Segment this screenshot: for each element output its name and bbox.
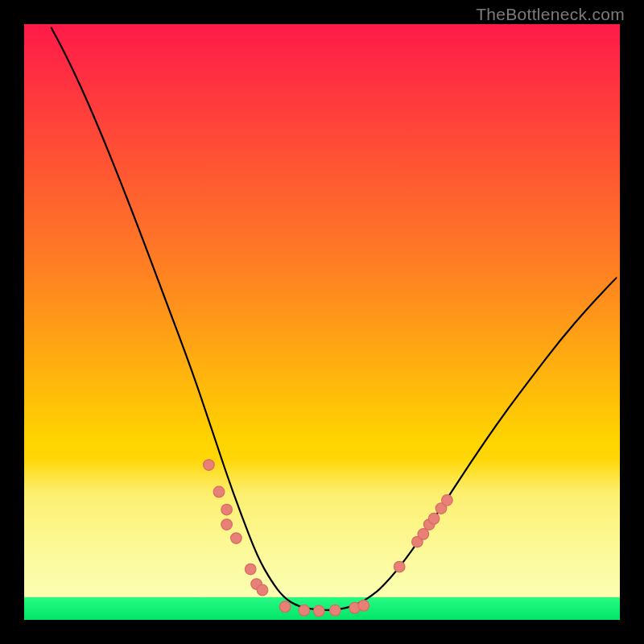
data-marker	[221, 519, 233, 530]
data-marker	[221, 504, 233, 515]
data-marker	[442, 495, 453, 506]
yellow-band	[24, 459, 620, 597]
data-marker	[394, 561, 405, 572]
watermark-text: TheBottleneck.com	[476, 5, 625, 24]
chart-container: TheBottleneck.com	[0, 0, 644, 644]
data-marker	[213, 486, 225, 497]
data-marker	[231, 533, 242, 544]
data-marker	[314, 605, 325, 617]
data-marker	[279, 601, 291, 613]
data-marker	[330, 605, 341, 616]
data-marker	[204, 460, 215, 471]
data-marker	[257, 584, 268, 596]
plot-area	[24, 24, 620, 620]
data-marker	[299, 605, 310, 616]
data-marker	[418, 529, 429, 540]
data-marker	[428, 513, 440, 524]
data-marker	[245, 564, 256, 575]
data-marker	[358, 600, 369, 611]
chart-svg	[24, 24, 620, 620]
